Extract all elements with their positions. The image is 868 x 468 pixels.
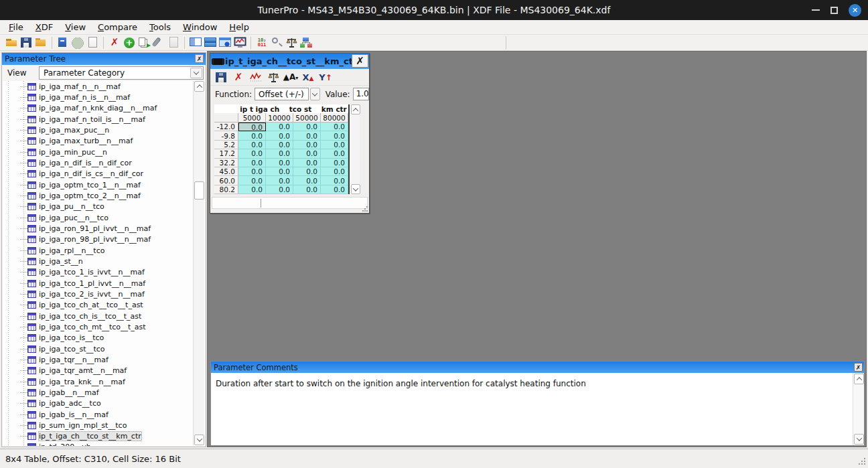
table-cell[interactable]: 0.0 <box>293 149 321 158</box>
tree-item[interactable]: ip_iga_min_puc__n <box>3 147 205 157</box>
function-select[interactable]: Offset (+/-) <box>255 88 309 100</box>
tree-item[interactable]: ip_iga_n_dif_is__n_dif_cor <box>3 157 205 168</box>
comments-body[interactable]: Duration after start to switch on the ig… <box>211 373 853 445</box>
tree-item[interactable]: ip_iga_rpl__n__tco <box>3 245 205 256</box>
table-cell[interactable]: 0.0 <box>293 141 321 149</box>
tree-item[interactable]: ip_iga_tqr__n__maf <box>3 354 205 365</box>
table-cell[interactable]: 0.0 <box>321 185 348 194</box>
view-select-dropdown-button[interactable] <box>190 68 202 78</box>
menu-tools[interactable]: Tools <box>143 21 177 33</box>
calculator-icon[interactable] <box>314 36 328 49</box>
tree-item[interactable]: ip_iga_max_turb__n__maf <box>3 136 205 147</box>
comments-close-icon[interactable]: ✗ <box>854 363 863 372</box>
table-scroll-down-button[interactable] <box>351 184 360 194</box>
row-header[interactable]: -9.8 <box>214 131 238 140</box>
compare-scales-icon[interactable] <box>285 36 298 49</box>
table-cell[interactable]: 0.0 <box>238 185 266 194</box>
save-bin-icon[interactable] <box>19 36 33 49</box>
open-recent-icon[interactable] <box>34 36 48 49</box>
table-cell[interactable]: 0.0 <box>293 159 321 167</box>
tree-item[interactable]: ip_iga_maf_n_toil_is__n__maf <box>3 114 205 125</box>
tree-item[interactable]: ip_iga_tco_1_is_ivvt__n__maf <box>3 267 205 278</box>
tree-item[interactable]: ip_iga_tqr_amt__n__maf <box>3 366 205 376</box>
table-cell[interactable]: 0.0 <box>293 185 321 194</box>
table-cell[interactable]: 0.0 <box>238 131 266 140</box>
table-cell[interactable]: 0.0 <box>321 159 348 167</box>
table-scroll-up-button[interactable] <box>351 104 360 114</box>
tree-item[interactable]: ip_iga_optm_tco_2__n__maf <box>3 190 205 201</box>
tree-scroll-down-button[interactable] <box>194 435 204 445</box>
comments-scroll-down-button[interactable] <box>854 434 864 445</box>
comments-scroll-up-button[interactable] <box>854 374 864 384</box>
footer-splitter[interactable] <box>261 199 261 208</box>
menu-compare[interactable]: Compare <box>92 21 143 33</box>
delete-item-icon[interactable]: ✗ <box>108 36 121 49</box>
table-cell[interactable]: 0.0 <box>266 176 293 185</box>
table-cell[interactable]: 0.0 <box>293 167 321 176</box>
value-input[interactable]: 1.0 <box>353 88 369 100</box>
row-header[interactable]: 45.0 <box>214 167 238 176</box>
tree-scroll-thumb[interactable] <box>194 181 204 200</box>
tree-item[interactable]: ip_td_300__vb <box>3 442 205 446</box>
column-header[interactable]: 10000 <box>266 113 293 123</box>
tree-item[interactable]: ip_iga_tco_1_pl_ivvt__n__maf <box>3 278 205 289</box>
tree-item[interactable]: ip_iga_tco_is__tco <box>3 333 205 343</box>
menu-window[interactable]: Window <box>177 21 223 33</box>
tree-item[interactable]: ip_iga_maf_n_is__n__maf <box>3 92 205 102</box>
table-cell[interactable]: 0.0 <box>238 141 266 149</box>
graph-view-icon[interactable] <box>249 71 263 84</box>
tree-item[interactable]: ip_iga_maf_n_knk_diag__n__maf <box>3 103 205 114</box>
comments-scrollbar[interactable] <box>853 373 864 445</box>
tree-item[interactable]: ip_iga_pu__n__tco <box>3 202 205 212</box>
table-cell[interactable]: 0.0 <box>321 176 348 185</box>
close-icon[interactable]: ✕ <box>849 4 861 17</box>
row-header[interactable]: 32.2 <box>214 159 238 167</box>
chart-monitor-icon[interactable] <box>233 36 246 49</box>
table-cell[interactable]: 0.0 <box>266 123 293 131</box>
tree-item[interactable]: ip_iga_maf_n__n__maf <box>3 81 205 92</box>
tree-item[interactable]: ip_iga_ron_98_pl_ivvt__n__maf <box>3 234 205 245</box>
add-item-icon[interactable]: + <box>123 36 136 49</box>
x-axis-edit-icon[interactable]: X▲ <box>301 71 315 84</box>
tree-item[interactable]: ip_iga_st__n <box>3 256 205 266</box>
tools-wrench-icon[interactable] <box>152 36 165 49</box>
minimize-icon[interactable] <box>812 9 820 11</box>
y-axis-edit-icon[interactable]: Y↑ <box>319 71 332 84</box>
compare-scales-icon[interactable] <box>267 71 280 84</box>
tree-item[interactable]: ip_iga_tco_ch_at__tco__t_ast <box>3 300 205 311</box>
tree-item[interactable]: ip_iga_tco_st__tco <box>3 343 205 354</box>
table-cell[interactable]: 0.0 <box>238 159 266 167</box>
tree-item[interactable]: ip_iga_tco_ch_mt__tco__t_ast <box>3 321 205 332</box>
table-cell[interactable]: 0.0 <box>266 141 293 149</box>
column-header[interactable]: 5000 <box>238 113 266 123</box>
table-cell[interactable]: 0.0 <box>238 167 266 176</box>
table-cell[interactable]: 0.0 <box>293 123 321 131</box>
table-scrollbar[interactable] <box>348 104 360 194</box>
tree-item[interactable]: ip_igab__n__maf <box>3 387 205 398</box>
duplicate-item-icon[interactable]: ▸ <box>137 36 151 49</box>
tree-item[interactable]: ip_iga_tco_ch_is__tco__t_ast <box>3 311 205 321</box>
find-icon[interactable] <box>270 36 283 49</box>
tree-item[interactable]: ip_iga_tra_knk__n__maf <box>3 376 205 387</box>
column-header[interactable]: 50000 <box>293 113 321 123</box>
table-cell[interactable]: 0.0 <box>321 131 348 140</box>
open-bin-icon[interactable] <box>5 36 18 49</box>
tree-item[interactable]: ip_igab_is__n__maf <box>3 409 205 420</box>
table-cell[interactable]: 0.0 <box>266 131 293 140</box>
table-cell[interactable]: 0.0 <box>266 167 293 176</box>
close-x-icon[interactable]: ✗ <box>232 71 245 84</box>
new-doc-icon[interactable] <box>86 36 99 49</box>
editor-titlebar[interactable]: ip_t_iga_ch__tco_st__km_ct ✗ <box>210 54 369 69</box>
editor-resize-grip[interactable] <box>362 206 368 212</box>
tree-item[interactable]: ip_iga_n_dif_is_cs__n_dif_cor <box>3 169 205 179</box>
row-header[interactable]: 5.2 <box>214 141 238 149</box>
menu-file[interactable]: File <box>3 21 29 33</box>
parameter-tree-close-icon[interactable]: ✗ <box>195 54 204 63</box>
row-header[interactable]: 60.0 <box>214 176 238 185</box>
editor-close-icon[interactable]: ✗ <box>352 54 368 68</box>
tree-item[interactable]: ip_sum_ign_mpl_st__tco <box>3 420 205 431</box>
export-small-icon[interactable] <box>71 36 84 49</box>
column-header[interactable]: 80000 <box>321 113 348 123</box>
table-cell[interactable]: 0.0 <box>321 149 348 158</box>
axis-labels-icon[interactable]: ▲A▾ <box>284 71 297 84</box>
